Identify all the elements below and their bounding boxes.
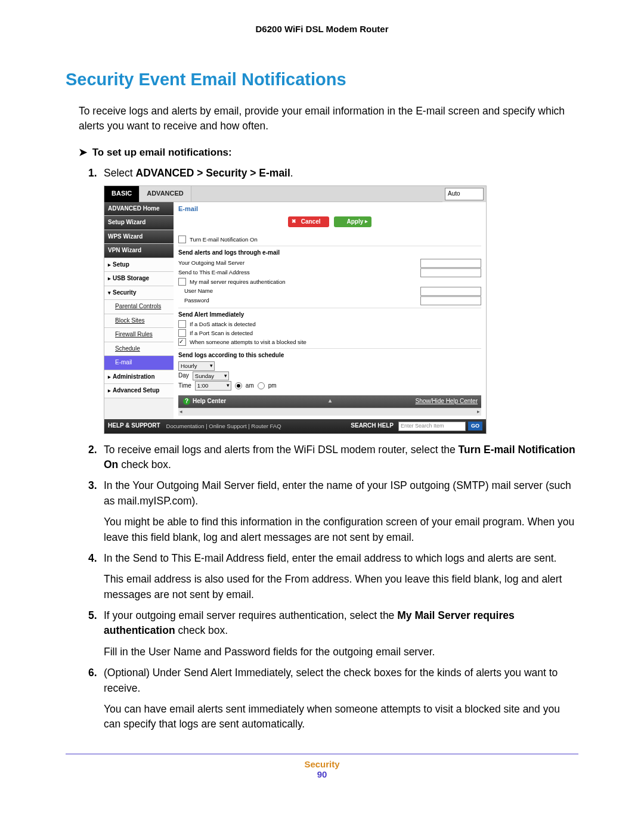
- sidebar: ADVANCED Home Setup Wizard WPS Wizard VP…: [104, 202, 174, 419]
- router-footer: HELP & SUPPORT Documentation | Online Su…: [104, 419, 486, 433]
- step-2: To receive email logs and alerts from th…: [88, 442, 578, 473]
- apply-button[interactable]: Apply: [334, 216, 372, 228]
- sidebar-item-parental[interactable]: Parental Controls: [104, 300, 174, 314]
- step-5-text-c: check box.: [175, 624, 228, 636]
- go-button[interactable]: GO: [468, 422, 482, 431]
- step-1: Select ADVANCED > Security > E-mail. BAS…: [88, 166, 578, 434]
- step-4-extra: This email address is also used for the …: [104, 572, 578, 602]
- username-input[interactable]: [420, 287, 481, 296]
- step-1-text-a: Select: [104, 167, 136, 179]
- sidebar-item-email[interactable]: E-mail: [104, 356, 174, 370]
- step-4: In the Send to This E-mail Address field…: [88, 551, 578, 602]
- sidebar-item-security[interactable]: Security: [104, 286, 174, 301]
- pm-label: pm: [268, 382, 277, 391]
- blocked-checkbox[interactable]: [178, 338, 186, 346]
- sendto-input[interactable]: [420, 268, 481, 277]
- step-5: If your outgoing email server requires a…: [88, 608, 578, 659]
- password-label: Password: [178, 296, 209, 305]
- button-bar: Cancel Apply: [174, 215, 486, 230]
- blocked-label: When someone attempts to visit a blocked…: [190, 338, 306, 346]
- day-label: Day: [178, 371, 189, 380]
- footer-rule: [66, 754, 578, 754]
- time-label: Time: [178, 382, 191, 391]
- language-select[interactable]: Auto: [445, 188, 484, 200]
- horizontal-scrollbar[interactable]: ◂ ▸: [178, 408, 481, 416]
- sidebar-item-home[interactable]: ADVANCED Home: [104, 202, 174, 216]
- step-6: (Optional) Under Send Alert Immediately,…: [88, 665, 578, 732]
- turn-on-label: Turn E-mail Notification On: [190, 236, 258, 244]
- help-icon: ?: [183, 398, 190, 405]
- section-title: Security Event Email Notifications: [66, 70, 578, 89]
- tab-advanced[interactable]: ADVANCED: [140, 186, 191, 202]
- sidebar-item-advanced-setup[interactable]: Advanced Setup: [104, 384, 174, 398]
- footer-page-number: 90: [66, 769, 578, 779]
- document-page: D6200 WiFi DSL Modem Router Security Eve…: [0, 0, 644, 833]
- group-schedule: Send logs according to this schedule: [178, 351, 481, 360]
- day-select[interactable]: Sunday: [193, 371, 229, 381]
- sidebar-item-wps-wizard[interactable]: WPS Wizard: [104, 230, 174, 244]
- pm-radio[interactable]: [258, 382, 265, 389]
- port-checkbox[interactable]: [178, 329, 186, 337]
- step-2-text-c: check box.: [118, 459, 171, 470]
- procedure-heading-text: To set up email notifications:: [92, 147, 232, 158]
- turn-on-checkbox[interactable]: [178, 236, 186, 243]
- group-immediate: Send Alert Immediately: [178, 311, 481, 320]
- sidebar-item-administration[interactable]: Administration: [104, 370, 174, 385]
- am-label: am: [246, 382, 254, 391]
- scroll-left-icon[interactable]: ◂: [178, 408, 184, 416]
- step-6-text: (Optional) Under Send Alert Immediately,…: [104, 667, 558, 693]
- document-header: D6200 WiFi DSL Modem Router: [66, 24, 578, 70]
- intro-paragraph: To receive logs and alerts by email, pro…: [79, 104, 578, 134]
- outgoing-input[interactable]: [420, 259, 481, 268]
- sidebar-item-setup-wizard[interactable]: Setup Wizard: [104, 216, 174, 230]
- chevron-up-icon: ▴: [329, 397, 332, 405]
- step-list: Select ADVANCED > Security > E-mail. BAS…: [88, 166, 578, 732]
- tab-basic[interactable]: BASIC: [104, 186, 140, 202]
- step-3-extra: You might be able to find this informati…: [104, 515, 578, 545]
- sidebar-item-usb[interactable]: USB Storage: [104, 272, 174, 286]
- auth-label: My mail server requires authentication: [190, 278, 286, 286]
- sidebar-item-firewall[interactable]: Firewall Rules: [104, 328, 174, 342]
- dos-label: If a DoS attack is detected: [190, 320, 256, 329]
- search-help-label: SEARCH HELP: [351, 422, 394, 431]
- tab-spacer: [191, 186, 442, 202]
- sidebar-item-vpn-wizard[interactable]: VPN Wizard: [104, 244, 174, 258]
- password-input[interactable]: [420, 296, 481, 305]
- port-label: If a Port Scan is detected: [190, 329, 253, 337]
- search-input[interactable]: Enter Search Item: [398, 422, 466, 431]
- step-5-extra: Fill in the User Name and Password field…: [104, 645, 578, 659]
- router-tabbar: BASIC ADVANCED Auto: [104, 186, 486, 202]
- page-footer: Security 90: [66, 759, 578, 779]
- step-4-text: In the Send to This E-mail Address field…: [104, 552, 556, 564]
- help-toggle-link[interactable]: Show/Hide Help Center: [416, 397, 478, 406]
- footer-links[interactable]: Documentation | Online Support | Router …: [166, 422, 281, 431]
- am-radio[interactable]: [235, 382, 242, 389]
- time-select[interactable]: 1:00: [195, 381, 231, 391]
- step-3-text: In the Your Outgoing Mail Server field, …: [104, 479, 571, 506]
- sidebar-item-block-sites[interactable]: Block Sites: [104, 314, 174, 329]
- step-1-text-c: .: [290, 167, 293, 179]
- help-center-bar[interactable]: ?Help Center ▴ Show/Hide Help Center: [178, 395, 481, 408]
- chevron-right-icon: ➤: [79, 146, 89, 159]
- sidebar-item-setup[interactable]: Setup: [104, 258, 174, 272]
- group-send-alerts: Send alerts and logs through e-mail: [178, 249, 481, 258]
- step-2-text-a: To receive email logs and alerts from th…: [104, 444, 459, 456]
- sendto-label: Send to This E-mail Address: [178, 268, 250, 277]
- router-screenshot: BASIC ADVANCED Auto ADVANCED Home Setup …: [104, 185, 487, 434]
- step-6-extra: You can have email alerts sent immediate…: [104, 702, 578, 732]
- dos-checkbox[interactable]: [178, 320, 186, 328]
- procedure-heading: ➤ To set up email notifications:: [79, 146, 578, 159]
- footer-category: Security: [66, 759, 578, 769]
- scroll-right-icon[interactable]: ▸: [476, 408, 481, 416]
- main-panel: E-mail Cancel Apply Turn E-mail Notifica…: [174, 202, 486, 419]
- step-5-text-a: If your outgoing email server requires a…: [104, 609, 397, 621]
- sidebar-item-schedule[interactable]: Schedule: [104, 342, 174, 357]
- help-support-label: HELP & SUPPORT: [108, 422, 160, 431]
- step-1-path: ADVANCED > Security > E-mail: [136, 167, 290, 179]
- step-3: In the Your Outgoing Mail Server field, …: [88, 478, 578, 545]
- username-label: User Name: [178, 287, 213, 295]
- schedule-select[interactable]: Hourly: [178, 361, 215, 371]
- outgoing-label: Your Outgoing Mail Server: [178, 259, 244, 267]
- auth-checkbox[interactable]: [178, 278, 186, 286]
- cancel-button[interactable]: Cancel: [288, 216, 329, 228]
